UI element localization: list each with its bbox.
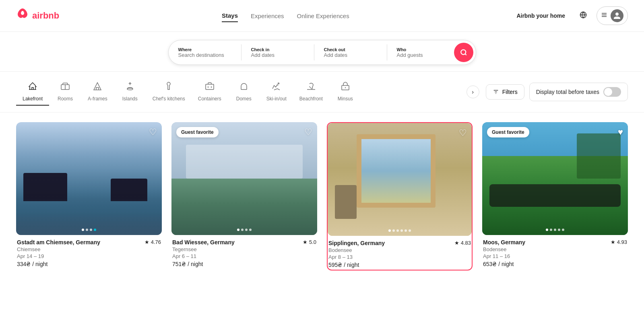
category-label-minsus: Minsus (338, 96, 353, 102)
svg-rect-10 (206, 84, 214, 89)
dot-1-1 (82, 229, 84, 231)
category-label-rooms: Rooms (58, 96, 73, 102)
checkin-section[interactable]: Check in Add dates (242, 42, 314, 63)
lakefront-icon (28, 81, 37, 94)
category-item-domes[interactable]: Domes (228, 78, 260, 106)
listing-dates-4: Apr 11 – 16 (483, 253, 627, 259)
search-bar-container: Where Search destinations Check in Add d… (0, 32, 644, 72)
search-button[interactable] (454, 43, 473, 62)
dot-2-3 (245, 229, 248, 231)
logo-icon (16, 8, 29, 24)
rating-value-1: 4.76 (151, 239, 161, 245)
category-nav: Lakefront Rooms A-frames (0, 72, 644, 112)
airbnb-home-button[interactable]: Airbnb your home (512, 9, 570, 22)
listing-title-2: Bad Wiessee, Germany (172, 239, 235, 246)
wishlist-button-2[interactable]: ♡ (304, 127, 312, 137)
category-item-ski[interactable]: Ski-in/out (260, 78, 293, 106)
listing-rating-3: ★ 4.83 (454, 240, 471, 246)
listing-image-3: ♡ (328, 123, 472, 236)
wishlist-button-1[interactable]: ♡ (149, 127, 157, 137)
rating-value-2: 5.0 (309, 239, 316, 245)
nav-right: Airbnb your home (512, 6, 628, 25)
dot-4-2 (550, 229, 552, 231)
dot-3-1 (388, 229, 391, 232)
listing-card-4[interactable]: Guest favorite ♥ Moos, Germany ★ 4.93 Bo… (482, 122, 628, 270)
arrow-icon: › (472, 89, 474, 95)
dot-1-3 (90, 229, 92, 231)
checkout-label: Check out (324, 47, 377, 52)
star-icon-3: ★ (454, 240, 459, 246)
dot-2-2 (241, 229, 244, 231)
nav-stays[interactable]: Stays (222, 10, 238, 22)
dot-1-2 (86, 229, 88, 231)
category-label-ski: Ski-in/out (266, 96, 287, 102)
svg-point-9 (127, 88, 133, 90)
category-label-islands: Islands (122, 96, 138, 102)
dot-1-4 (94, 229, 96, 231)
listing-card-3[interactable]: ♡ Sipplingen, Germany ★ 4.83 Bodensee Ap… (327, 122, 473, 270)
rating-value-3: 4.83 (461, 240, 471, 246)
ski-icon (272, 81, 281, 94)
listing-info-1: Gstadt am Chiemsee, Germany ★ 4.76 Chiem… (16, 235, 162, 269)
price-currency-2: ₴ (182, 261, 186, 267)
dots-1 (82, 229, 96, 231)
who-section[interactable]: Who Add guests (387, 42, 452, 63)
checkout-section[interactable]: Check out Add dates (314, 42, 387, 63)
category-item-containers[interactable]: Containers (192, 78, 228, 106)
beachfront-icon (306, 81, 316, 94)
category-item-islands[interactable]: Islands (114, 78, 146, 106)
header: airbnb Stays Experiences Online Experien… (0, 0, 644, 32)
listing-sub-3: Bodensee (328, 247, 471, 253)
price-unit-4: / night (498, 261, 514, 267)
category-next-arrow[interactable]: › (466, 85, 479, 98)
category-item-chef-kitchens[interactable]: Chef's kitchens (146, 78, 192, 106)
category-item-beachfront[interactable]: Beachfront (293, 78, 329, 106)
dot-3-3 (396, 229, 399, 232)
where-input[interactable]: Search destinations (178, 52, 231, 58)
category-items: Lakefront Rooms A-frames (16, 78, 463, 106)
category-label-aframes: A-frames (88, 96, 107, 102)
listing-title-row-4: Moos, Germany ★ 4.93 (483, 239, 627, 246)
listing-dates-2: Apr 6 – 11 (172, 253, 316, 259)
aframes-icon (93, 81, 102, 94)
category-label-lakefront: Lakefront (23, 96, 43, 102)
category-item-rooms[interactable]: Rooms (49, 78, 81, 106)
filters-button[interactable]: Filters (486, 84, 524, 100)
who-value: Add guests (397, 52, 442, 58)
svg-line-6 (465, 54, 466, 55)
tax-toggle-switch[interactable] (603, 87, 621, 97)
user-menu[interactable] (597, 6, 628, 25)
guest-fav-badge-4: Guest favorite (487, 127, 529, 137)
dot-2-4 (249, 229, 252, 231)
wishlist-button-4[interactable]: ♥ (618, 127, 623, 137)
category-label-containers: Containers (198, 96, 221, 102)
svg-point-5 (461, 50, 466, 54)
filter-controls: Filters Display total before taxes (486, 83, 628, 101)
dots-2 (237, 229, 252, 231)
price-currency-4: ₴ (492, 261, 497, 267)
listing-price-4: 653₴ / night (483, 261, 627, 267)
where-section[interactable]: Where Search destinations (169, 42, 241, 63)
checkin-value: Add dates (251, 52, 304, 58)
nav-online[interactable]: Online Experiences (297, 10, 349, 22)
listing-sub-4: Bodensee (483, 246, 627, 252)
price-unit-3: / night (344, 262, 359, 268)
category-item-aframes[interactable]: A-frames (81, 78, 114, 106)
globe-icon[interactable] (576, 8, 590, 24)
dot-3-4 (400, 229, 403, 232)
listing-rating-2: ★ 5.0 (303, 239, 316, 245)
listing-image-2: Guest favorite ♡ (171, 122, 317, 235)
dot-3-6 (409, 229, 411, 232)
listing-title-3: Sipplingen, Germany (328, 240, 385, 246)
nav-experiences[interactable]: Experiences (251, 10, 284, 22)
category-item-lakefront[interactable]: Lakefront (16, 78, 49, 106)
wishlist-button-3[interactable]: ♡ (459, 128, 467, 138)
logo[interactable]: airbnb (16, 8, 59, 24)
listing-card-1[interactable]: ♡ Gstadt am Chiemsee, Germany ★ 4.76 Chi… (16, 122, 162, 270)
hamburger-icon (601, 12, 607, 20)
listing-card-2[interactable]: Guest favorite ♡ Bad Wiessee, Germany ★ … (171, 122, 317, 270)
category-item-minsus[interactable]: Minsus (329, 78, 361, 106)
avatar (611, 9, 623, 22)
listing-title-row-2: Bad Wiessee, Germany ★ 5.0 (172, 239, 316, 246)
price-unit-1: / night (32, 261, 47, 267)
